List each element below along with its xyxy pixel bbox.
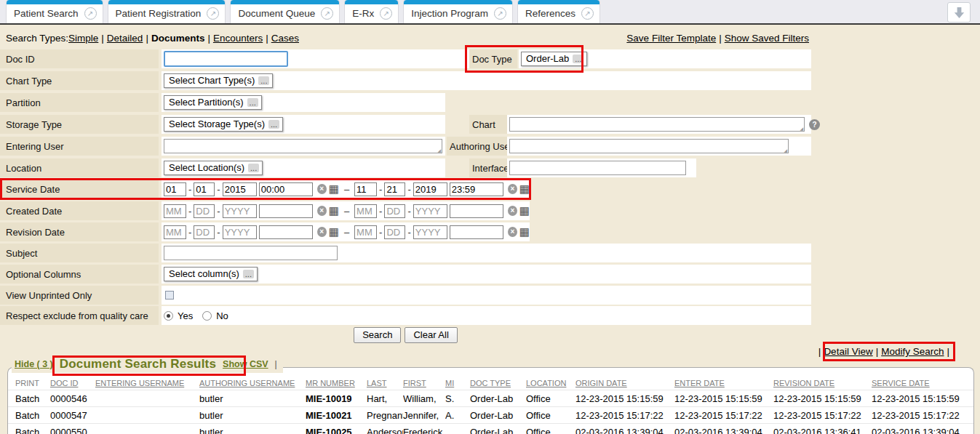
help-icon[interactable]: ? — [809, 119, 820, 130]
save-filter-template-link[interactable]: Save Filter Template — [626, 33, 716, 44]
entering-user-input[interactable] — [164, 139, 442, 153]
revision-date-to-time[interactable] — [450, 225, 503, 239]
tab-e-rx[interactable]: E-Rx↗ — [344, 0, 399, 23]
service-date-from-time[interactable] — [259, 182, 313, 196]
revision-date-to-day[interactable] — [384, 225, 405, 239]
clear-date-icon[interactable]: × — [508, 206, 517, 216]
search-type-encounters[interactable]: Encounters — [213, 33, 263, 44]
search-type-cases[interactable]: Cases — [271, 33, 299, 44]
clear-date-icon[interactable]: × — [508, 227, 517, 237]
authoring-user-input[interactable] — [509, 139, 789, 153]
tab-patient-search[interactable]: Patient Search↗ — [6, 0, 103, 23]
clear-date-icon[interactable]: × — [317, 206, 327, 216]
tab-references[interactable]: References↗ — [517, 0, 600, 23]
service-date-from-month[interactable] — [164, 182, 186, 196]
quality-care-yes-radio[interactable] — [164, 311, 173, 321]
search-type-simple[interactable]: Simple — [68, 33, 98, 44]
external-link-icon[interactable]: ↗ — [494, 7, 506, 20]
column-header-doc-type[interactable]: DOC TYPE — [470, 377, 526, 390]
created-date-from-month[interactable] — [164, 204, 186, 218]
detail-view-link[interactable]: Detail View — [824, 346, 872, 357]
external-link-icon[interactable]: ↗ — [321, 7, 333, 20]
clear-date-icon[interactable]: × — [317, 184, 327, 194]
external-link-icon[interactable]: ↗ — [84, 7, 97, 20]
column-header-entering-username[interactable]: ENTERING USERNAME — [95, 377, 199, 390]
select-chart-type-button[interactable]: Select Chart Type(s)... — [164, 73, 273, 88]
clear-all-button[interactable]: Clear All — [405, 327, 457, 343]
select-location-button[interactable]: Select Location(s)... — [164, 161, 263, 175]
search-type-documents-active[interactable]: Documents — [151, 33, 205, 44]
service-date-to-day[interactable] — [384, 182, 405, 196]
service-date-to-time[interactable] — [450, 182, 503, 196]
created-date-from-year[interactable] — [223, 204, 257, 218]
modify-search-link[interactable]: Modify Search — [881, 346, 944, 357]
hide-results-link[interactable]: Hide ( 3 ) — [15, 359, 53, 369]
app-window: Patient Search↗Patient Registration↗Docu… — [0, 0, 980, 434]
column-header-first[interactable]: FIRST — [403, 377, 445, 390]
view-unprinted-checkbox[interactable] — [165, 291, 174, 300]
service-date-from-day[interactable] — [194, 182, 215, 196]
revision-date-to-month[interactable] — [354, 225, 377, 239]
chart-input[interactable] — [509, 117, 805, 132]
clear-date-icon[interactable]: × — [317, 227, 327, 237]
column-header-service-date[interactable]: SERVICE DATE — [872, 377, 973, 390]
external-link-icon[interactable]: ↗ — [380, 7, 392, 20]
calendar-icon[interactable]: ▦ — [329, 227, 339, 238]
created-date-to-month[interactable] — [354, 204, 377, 218]
created-date-to-time[interactable] — [450, 204, 503, 218]
select-partition-button[interactable]: Select Partition(s)... — [164, 95, 262, 110]
created-date-from-time[interactable] — [259, 204, 313, 218]
created-date-from-day[interactable] — [194, 204, 215, 218]
doc-id-input[interactable] — [164, 51, 288, 67]
batch-print-link[interactable]: Batch — [8, 407, 50, 424]
service-date-from-year[interactable] — [223, 182, 257, 196]
service-date-to-month[interactable] — [354, 182, 377, 196]
column-header-location[interactable]: LOCATION — [526, 377, 575, 390]
show-csv-link[interactable]: Show CSV — [223, 359, 268, 369]
tab-document-queue[interactable]: Document Queue↗ — [230, 0, 340, 23]
doc-type-label: Doc Type — [469, 49, 517, 68]
column-header-mi[interactable]: MI — [445, 377, 470, 390]
show-saved-filters-link[interactable]: Show Saved Filters — [725, 33, 809, 44]
column-header-revision-date[interactable]: REVISION DATE — [773, 377, 872, 390]
search-button[interactable]: Search — [354, 327, 401, 343]
batch-print-link[interactable]: Batch — [8, 390, 50, 407]
service-date-to-year[interactable] — [413, 182, 447, 196]
column-header-enter-date[interactable]: ENTER DATE — [674, 377, 773, 390]
select-columns-button[interactable]: Select column(s)... — [164, 267, 258, 281]
calendar-icon[interactable]: ▦ — [519, 227, 530, 238]
created-date-to-day[interactable] — [384, 204, 405, 218]
revision-date-from-year[interactable] — [223, 225, 257, 239]
quality-care-no-radio[interactable] — [202, 311, 212, 321]
table-cell: 12-23-2015 15:17:22 — [674, 407, 773, 424]
column-header-origin-date[interactable]: ORIGIN DATE — [575, 377, 674, 390]
revision-date-from-month[interactable] — [164, 225, 186, 239]
revision-date-from-day[interactable] — [194, 225, 215, 239]
column-header-mr-number[interactable]: MR NUMBER — [306, 377, 367, 390]
external-link-icon[interactable]: ↗ — [581, 7, 594, 20]
clear-date-icon[interactable]: × — [508, 184, 517, 194]
calendar-icon[interactable]: ▦ — [329, 184, 339, 195]
column-header-authoring-username[interactable]: AUTHORING USERNAME — [199, 377, 306, 390]
download-button[interactable] — [947, 2, 971, 23]
search-type-detailed[interactable]: Detailed — [107, 33, 143, 44]
search-types-label: Search Types: — [6, 33, 68, 44]
calendar-icon[interactable]: ▦ — [519, 184, 530, 195]
interface-input[interactable] — [509, 161, 686, 175]
revision-date-from-time[interactable] — [259, 225, 313, 239]
subject-input[interactable] — [164, 246, 338, 260]
calendar-icon[interactable]: ▦ — [519, 206, 530, 217]
created-date-to-year[interactable] — [413, 204, 447, 218]
external-link-icon[interactable]: ↗ — [207, 7, 219, 20]
tab-patient-registration[interactable]: Patient Registration↗ — [108, 0, 226, 23]
column-header-doc-id[interactable]: DOC ID — [50, 377, 95, 390]
separator: | — [275, 359, 277, 369]
column-header-last[interactable]: LAST — [367, 377, 403, 390]
batch-print-link[interactable]: Batch — [8, 424, 50, 434]
calendar-icon[interactable]: ▦ — [329, 206, 339, 217]
select-storage-type-button[interactable]: Select Storage Type(s)... — [164, 117, 283, 132]
tab-injection-program[interactable]: Injection Program↗ — [403, 0, 513, 23]
table-cell: Office — [526, 407, 575, 424]
doc-type-button[interactable]: Order-Lab... — [521, 52, 587, 66]
revision-date-to-year[interactable] — [413, 225, 447, 239]
